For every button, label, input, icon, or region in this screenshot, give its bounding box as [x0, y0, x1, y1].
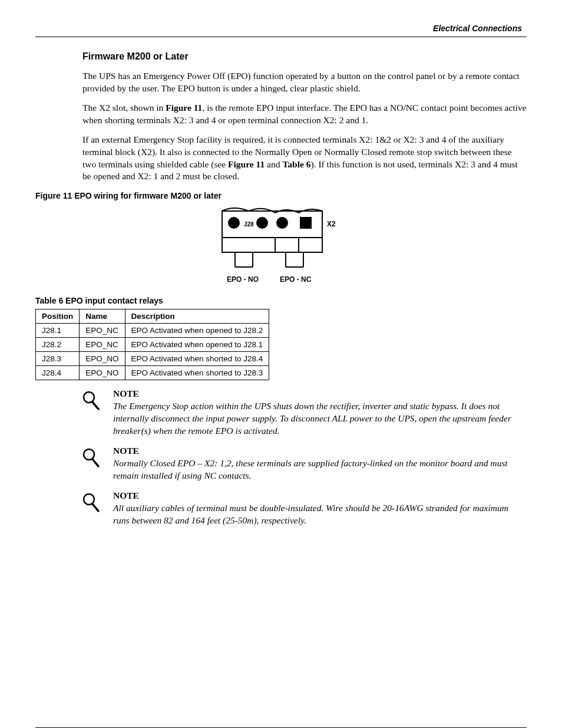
section-heading: Firmware M200 or Later — [82, 51, 527, 62]
header-section: Electrical Connections — [35, 24, 527, 33]
table-row: J28.1 EPO_NC EPO Activated when opened t… — [36, 324, 269, 338]
note-title: NOTE — [113, 388, 527, 399]
th-name: Name — [80, 309, 125, 324]
note-body: The Emergency Stop action within the UPS… — [113, 400, 527, 437]
cell-description: EPO Activated when shorted to J28.3 — [125, 366, 269, 380]
paragraph-2: The X2 slot, shown in Figure 11, is the … — [82, 102, 527, 127]
table-row: J28.4 EPO_NO EPO Activated when shorted … — [36, 366, 269, 380]
paragraph-3: If an external Emergency Stop facility i… — [82, 134, 527, 183]
label-epo-nc: EPO - NC — [280, 275, 312, 284]
figure-ref-11b: Figure 11 — [228, 159, 265, 169]
cell-description: EPO Activated when opened to J28.1 — [125, 338, 269, 352]
note-block: NOTE All auxiliary cables of terminal mu… — [35, 490, 527, 527]
cell-position: J28.1 — [36, 324, 80, 338]
svg-line-19 — [92, 459, 98, 466]
label-x2: X2 — [327, 220, 336, 228]
label-epo-no: EPO - NO — [227, 275, 259, 284]
cell-description: EPO Activated when opened to J28.2 — [125, 324, 269, 338]
header-rule — [35, 37, 527, 37]
svg-point-5 — [256, 217, 268, 229]
svg-line-21 — [92, 504, 98, 511]
magnifier-icon — [82, 446, 106, 470]
table-6-caption: Table 6 EPO input contact relays — [35, 296, 527, 305]
figure-ref-11: Figure 11 — [166, 103, 202, 113]
table-6: Position Name Description J28.1 EPO_NC E… — [35, 309, 269, 380]
cell-position: J28.4 — [36, 366, 80, 380]
cell-name: EPO_NO — [80, 366, 125, 380]
note-title: NOTE — [113, 446, 527, 456]
magnifier-icon — [82, 490, 106, 515]
cell-name: EPO_NO — [80, 352, 125, 366]
p2-a: The X2 slot, shown in — [82, 103, 166, 113]
cell-name: EPO_NC — [80, 338, 125, 352]
note-title: NOTE — [113, 490, 527, 501]
figure-11-diagram: J28 X2 EPO - NO EPO - NC — [35, 205, 527, 290]
table-row: J28.3 EPO_NO EPO Activated when shorted … — [36, 352, 269, 366]
cell-description: EPO Activated when shorted to J28.4 — [125, 352, 269, 366]
table-row: J28.2 EPO_NC EPO Activated when opened t… — [36, 338, 269, 352]
th-description: Description — [125, 309, 269, 324]
table-header-row: Position Name Description — [36, 309, 269, 324]
note-block: NOTE The Emergency Stop action within th… — [35, 388, 527, 437]
cell-name: EPO_NC — [80, 324, 125, 338]
paragraph-1: The UPS has an Emergency Power Off (EPO)… — [82, 70, 527, 95]
cell-position: J28.3 — [36, 352, 80, 366]
th-position: Position — [36, 309, 80, 324]
svg-rect-7 — [300, 217, 312, 229]
note-body: Normally Closed EPO – X2: 1,2, these ter… — [113, 457, 527, 482]
svg-line-17 — [92, 402, 98, 409]
label-j28: J28 — [244, 221, 254, 228]
svg-point-4 — [228, 217, 240, 229]
figure-11-caption: Figure 11 EPO wiring for firmware M200 o… — [35, 191, 527, 200]
p3-c: and — [265, 159, 282, 169]
table-ref-6: Table 6 — [282, 159, 310, 169]
note-body: All auxiliary cables of terminal must be… — [113, 502, 527, 527]
cell-position: J28.2 — [36, 338, 80, 352]
svg-point-6 — [276, 217, 288, 229]
magnifier-icon — [82, 388, 106, 413]
note-block: NOTE Normally Closed EPO – X2: 1,2, thes… — [35, 446, 527, 482]
